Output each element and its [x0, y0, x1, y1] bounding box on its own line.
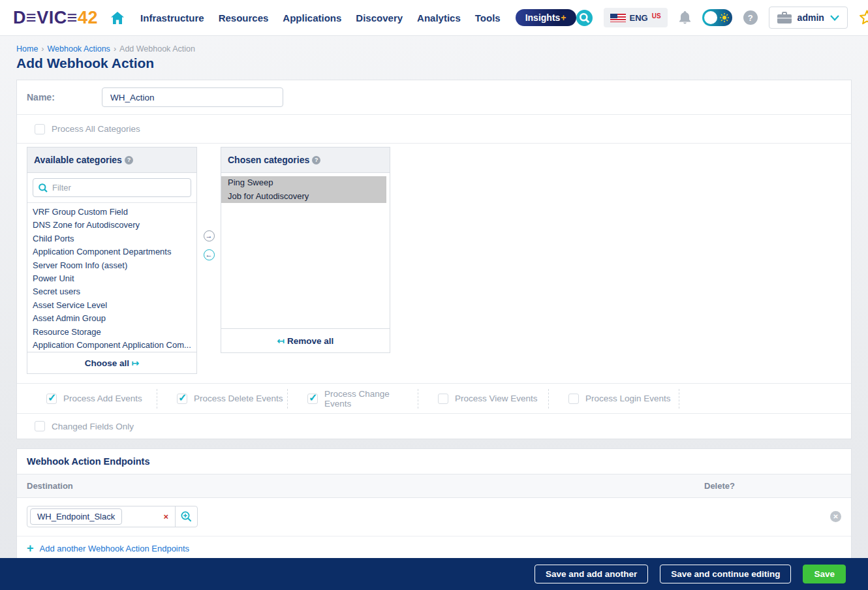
chosen-categories-title: Chosen categories: [228, 155, 309, 165]
webhook-endpoints-card: Webhook Action Endpoints Destination Del…: [16, 448, 852, 561]
help-question-icon[interactable]: ?: [312, 156, 320, 164]
event-cell: Process View Events: [418, 389, 549, 409]
notifications-bell-icon[interactable]: [679, 11, 691, 25]
clear-endpoint-icon[interactable]: ×: [163, 512, 168, 521]
event-checkbox[interactable]: [177, 394, 187, 404]
top-navbar: D≡VIC≡42 InfrastructureResourcesApplicat…: [0, 0, 868, 36]
choose-all-button[interactable]: Choose all ↦: [27, 352, 196, 373]
us-flag-icon: [610, 14, 626, 22]
theme-toggle[interactable]: [702, 9, 732, 26]
remove-all-label: Remove all: [287, 336, 333, 346]
move-left-icon[interactable]: ←: [204, 249, 215, 260]
language-selector[interactable]: ENG US: [604, 8, 668, 27]
username-label: admin: [798, 12, 824, 23]
available-category-item[interactable]: Resource Storage: [27, 326, 196, 339]
device42-logo[interactable]: D≡VIC≡42: [13, 8, 98, 28]
process-all-categories-row: Process All Categories: [17, 115, 851, 144]
endpoints-section-title: Webhook Action Endpoints: [17, 449, 851, 474]
insights-label: Insights: [525, 12, 561, 23]
help-icon[interactable]: ?: [743, 10, 758, 25]
filter-wrap: [27, 173, 196, 202]
webhook-action-form-card: Name: Process All Categories Available c…: [16, 80, 852, 439]
event-label: Process Change Events: [324, 389, 418, 409]
endpoints-table-header: Destination Delete?: [17, 474, 851, 498]
available-category-item[interactable]: Power Unit: [27, 272, 196, 285]
delete-column-header: Delete?: [704, 481, 841, 491]
available-category-item[interactable]: Asset Service Level: [27, 299, 196, 312]
filter-input[interactable]: [52, 183, 185, 193]
breadcrumb-section-link[interactable]: Webhook Actions: [48, 44, 110, 54]
save-and-continue-editing-button[interactable]: Save and continue editing: [660, 565, 791, 583]
event-label: Process Delete Events: [194, 394, 283, 403]
save-footer-bar: Save and add another Save and continue e…: [0, 558, 868, 590]
delete-row-icon[interactable]: ✕: [830, 511, 841, 522]
event-checkbox[interactable]: [46, 394, 57, 404]
chosen-category-item[interactable]: Ping Sweep: [221, 176, 386, 190]
move-arrows-column: → ←: [197, 147, 221, 374]
event-cell: Process Change Events: [288, 389, 418, 409]
process-all-categories-checkbox[interactable]: [35, 124, 45, 134]
available-category-item[interactable]: Application Component Application Com...: [27, 339, 196, 352]
categories-area: Available categories ? VRF Group Custom …: [17, 144, 851, 384]
event-label: Process Add Events: [63, 394, 142, 403]
event-checkbox[interactable]: [438, 394, 448, 404]
toggle-knob: [704, 11, 717, 24]
logo-part: VIC: [37, 8, 67, 27]
logo-part: ≡: [26, 8, 37, 27]
nav-menu-item[interactable]: Resources: [219, 12, 269, 23]
chosen-category-item[interactable]: Job for Autodiscovery: [221, 190, 386, 204]
name-label: Name:: [27, 92, 102, 102]
event-checkbox[interactable]: [307, 394, 318, 404]
favorite-star-icon[interactable]: [859, 10, 868, 25]
move-right-icon[interactable]: →: [204, 230, 215, 241]
save-and-add-another-button[interactable]: Save and add another: [535, 565, 648, 583]
endpoint-chip[interactable]: WH_Endpoint_Slack: [30, 508, 122, 525]
event-cell: Process Login Events: [549, 389, 679, 409]
available-category-item[interactable]: Server Room Info (asset): [27, 259, 196, 272]
navbar-right: ENG US ? admin: [576, 7, 868, 29]
nav-menu-item[interactable]: Discovery: [356, 12, 403, 23]
save-button[interactable]: Save: [803, 565, 846, 583]
breadcrumb-separator: ›: [41, 44, 44, 54]
filter-search-icon: [39, 183, 48, 193]
changed-fields-checkbox[interactable]: [35, 421, 45, 431]
chosen-categories-list: Ping SweepJob for Autodiscovery: [221, 173, 390, 328]
available-category-item[interactable]: Application Component Departments: [27, 245, 196, 258]
endpoint-value-area: WH_Endpoint_Slack ×: [27, 506, 175, 527]
breadcrumb-separator: ›: [114, 44, 116, 54]
breadcrumb-home-link[interactable]: Home: [16, 44, 38, 54]
insights-button[interactable]: Insights+: [516, 9, 576, 26]
available-category-item[interactable]: Secret users: [27, 285, 196, 298]
language-region: US: [652, 12, 661, 20]
briefcase-icon: [777, 12, 792, 23]
home-icon[interactable]: [111, 12, 124, 24]
event-checkbox[interactable]: [568, 394, 579, 404]
event-label: Process Login Events: [585, 394, 671, 403]
available-category-item[interactable]: DNS Zone for Autodiscovery: [27, 219, 196, 232]
available-category-item[interactable]: VRF Group Custom Field: [27, 206, 196, 219]
search-icon[interactable]: [576, 10, 593, 26]
nav-menu-item[interactable]: Tools: [475, 12, 501, 23]
available-categories-panel: Available categories ? VRF Group Custom …: [27, 147, 197, 374]
choose-all-label: Choose all: [85, 358, 129, 368]
help-question-icon[interactable]: ?: [125, 156, 133, 164]
available-category-item[interactable]: Asset Admin Group: [27, 312, 196, 325]
event-cell: Process Add Events: [27, 389, 157, 409]
process-all-categories-label: Process All Categories: [52, 124, 140, 134]
add-endpoint-link[interactable]: Add another Webhook Action Endpoints: [40, 544, 190, 553]
user-menu[interactable]: admin: [769, 7, 848, 29]
name-input[interactable]: [102, 87, 283, 107]
nav-menu-item[interactable]: Applications: [283, 12, 341, 23]
page-title: Add Webhook Action: [16, 55, 868, 71]
add-endpoint-row: + Add another Webhook Action Endpoints: [17, 536, 851, 561]
nav-menu-item[interactable]: Analytics: [417, 12, 461, 23]
event-label: Process View Events: [455, 394, 538, 403]
lookup-magnifier-icon[interactable]: [175, 506, 197, 527]
nav-menu-item[interactable]: Infrastructure: [140, 12, 204, 23]
available-categories-title: Available categories: [34, 155, 122, 165]
available-category-item[interactable]: Child Ports: [27, 232, 196, 245]
choose-all-arrow-icon: ↦: [132, 358, 139, 368]
endpoint-row: WH_Endpoint_Slack × ✕: [17, 498, 851, 536]
remove-all-button[interactable]: ↤ Remove all: [221, 328, 390, 352]
language-code: ENG: [630, 13, 648, 23]
